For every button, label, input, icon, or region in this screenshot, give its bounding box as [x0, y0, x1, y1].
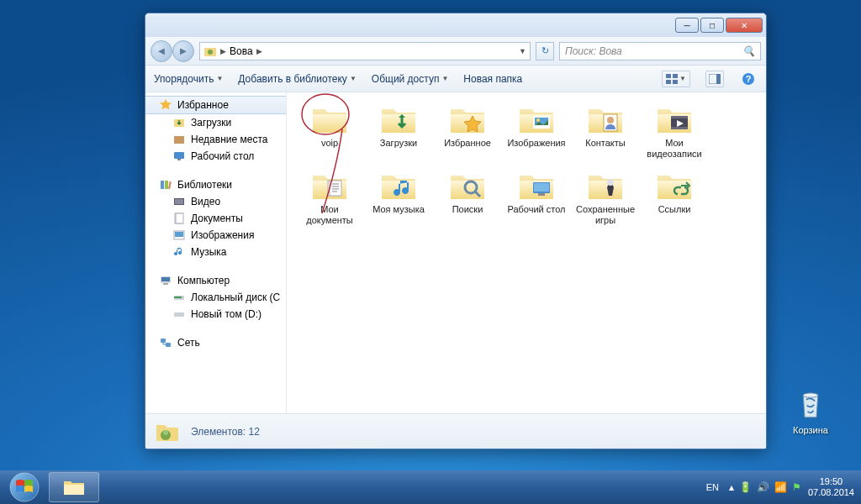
breadcrumb-item[interactable]: Вова — [230, 45, 253, 57]
windows-logo-icon — [9, 472, 40, 502]
tray-action-center-icon[interactable]: ⚑ — [792, 481, 801, 493]
maximize-button[interactable]: □ — [700, 18, 724, 33]
add-to-library-menu[interactable]: Добавить в библиотеку▼ — [238, 73, 356, 85]
music-icon — [172, 245, 186, 259]
folder-label: Загрузки — [380, 138, 417, 148]
folder-item[interactable]: Ссылки — [640, 165, 709, 228]
svg-rect-29 — [174, 312, 184, 317]
folder-item[interactable]: Мои документы — [295, 165, 364, 228]
folder-label: voip — [321, 138, 338, 148]
sidebar-item-desktop[interactable]: Рабочий стол — [145, 148, 286, 165]
taskbar-explorer-button[interactable] — [49, 472, 99, 502]
folder-label: Изображения — [507, 138, 565, 148]
user-folder-icon — [203, 45, 217, 58]
network-icon — [159, 336, 172, 349]
sidebar-item-music[interactable]: Музыка — [145, 244, 286, 260]
svg-rect-5 — [666, 80, 671, 84]
folder-content[interactable]: voip Загрузки Избранное Изображения Конт… — [287, 92, 766, 413]
search-icon: 🔍 — [742, 45, 755, 57]
sidebar-item-local-disk-d[interactable]: Новый том (D:) — [145, 306, 286, 323]
folder-label: Избранное — [444, 138, 491, 148]
system-tray: EN ▴ 🔋 🔊 📶 ⚑ 19:50 07.08.2014 — [703, 476, 859, 498]
svg-point-46 — [607, 179, 614, 186]
sidebar-item-downloads[interactable]: Загрузки — [145, 114, 286, 131]
sidebar-item-recent[interactable]: Недавние места — [145, 131, 286, 148]
titlebar[interactable]: ─ □ ✕ — [145, 13, 766, 37]
folder-icon — [447, 102, 488, 136]
folder-item[interactable]: Изображения — [502, 99, 571, 162]
libraries-icon — [159, 178, 172, 192]
recycle-bin[interactable]: Корзина — [785, 386, 836, 435]
folder-label: Контакты — [585, 138, 626, 148]
forward-button[interactable]: ► — [172, 40, 194, 62]
svg-rect-15 — [161, 181, 164, 189]
video-icon — [172, 195, 186, 208]
svg-rect-21 — [176, 213, 183, 223]
minimize-button[interactable]: ─ — [675, 18, 699, 33]
svg-rect-16 — [165, 181, 168, 189]
folder-label: Ссылки — [658, 204, 691, 214]
back-button[interactable]: ◄ — [151, 40, 172, 62]
svg-rect-44 — [534, 183, 549, 192]
svg-rect-17 — [168, 181, 172, 189]
search-input[interactable]: Поиск: Вова 🔍 — [559, 42, 761, 60]
sidebar-item-documents[interactable]: Документы — [145, 210, 286, 227]
svg-rect-25 — [161, 277, 170, 281]
folder-item[interactable]: Рабочий стол — [502, 165, 571, 228]
svg-rect-38 — [671, 116, 688, 118]
sidebar-libraries-header[interactable]: Библиотеки — [145, 176, 286, 193]
folder-icon — [378, 102, 419, 136]
folder-item[interactable]: Сохраненные игры — [571, 165, 640, 228]
svg-text:?: ? — [746, 74, 752, 84]
folder-label: Поиски — [452, 204, 483, 214]
folder-item[interactable]: Контакты — [571, 99, 640, 162]
tray-volume-icon[interactable]: 🔊 — [757, 481, 769, 493]
sidebar-network-header[interactable]: Сеть — [145, 334, 286, 351]
svg-rect-23 — [175, 232, 183, 237]
svg-rect-30 — [161, 339, 166, 343]
share-with-menu[interactable]: Общий доступ▼ — [372, 73, 449, 85]
svg-rect-28 — [174, 297, 182, 298]
refresh-button[interactable]: ↻ — [536, 42, 554, 60]
new-folder-button[interactable]: Новая папка — [463, 73, 522, 85]
folder-label: Мои документы — [306, 204, 353, 225]
toolbar: Упорядочить▼ Добавить в библиотеку▼ Общи… — [145, 66, 766, 92]
preview-pane-button[interactable] — [705, 71, 724, 87]
desktop-icon — [172, 150, 186, 163]
folder-item[interactable]: Загрузки — [364, 99, 433, 162]
address-bar[interactable]: ▶ Вова ▶ ▼ — [199, 42, 531, 60]
folder-item[interactable]: voip — [295, 99, 364, 162]
tray-battery-icon[interactable]: 🔋 — [739, 481, 752, 493]
start-button[interactable] — [2, 470, 47, 504]
folder-icon — [585, 102, 626, 136]
tray-network-icon[interactable]: 📶 — [774, 481, 787, 493]
svg-rect-8 — [716, 74, 721, 84]
breadcrumb-separator-icon: ▶ — [256, 47, 262, 55]
folder-icon — [516, 102, 557, 136]
drive-icon — [172, 307, 186, 321]
language-indicator[interactable]: EN — [703, 480, 722, 494]
organize-menu[interactable]: Упорядочить▼ — [154, 73, 223, 85]
folder-item[interactable]: Моя музыка — [364, 165, 433, 228]
folder-icon — [654, 102, 695, 136]
sidebar-item-pictures[interactable]: Изображения — [145, 227, 286, 244]
tray-clock[interactable]: 19:50 07.08.2014 — [808, 476, 854, 498]
tray-show-hidden-icon[interactable]: ▴ — [729, 481, 734, 493]
folder-icon — [378, 169, 419, 202]
sidebar-favorites-header[interactable]: Избранное — [145, 96, 286, 114]
recent-places-icon — [172, 133, 186, 146]
sidebar-item-local-disk-c[interactable]: Локальный диск (C — [145, 289, 286, 306]
address-history-dropdown[interactable]: ▼ — [519, 47, 526, 55]
svg-rect-12 — [174, 136, 184, 144]
folder-icon — [154, 418, 181, 445]
help-button[interactable]: ? — [739, 71, 758, 87]
view-options-button[interactable]: ▼ — [662, 71, 690, 87]
sidebar-computer-header[interactable]: Компьютер — [145, 272, 286, 289]
close-button[interactable]: ✕ — [726, 18, 763, 33]
sidebar-item-videos[interactable]: Видео — [145, 193, 286, 210]
folder-item[interactable]: Поиски — [433, 165, 502, 228]
svg-point-0 — [803, 393, 818, 397]
folder-item[interactable]: Мои видеозаписи — [640, 99, 709, 162]
folder-icon — [309, 169, 350, 202]
folder-item[interactable]: Избранное — [433, 99, 502, 162]
